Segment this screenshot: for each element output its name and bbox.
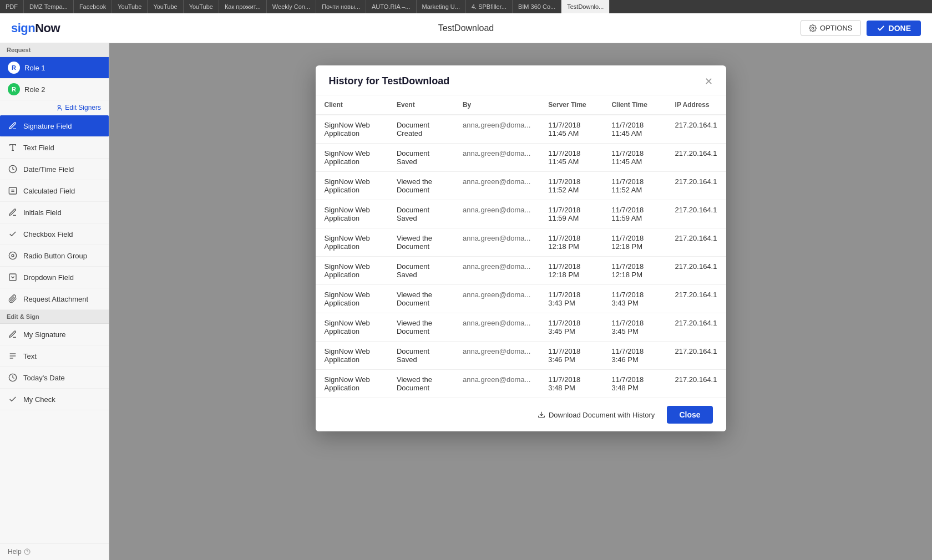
signature-field-label: Signature Field <box>23 122 72 130</box>
col-ip: IP Address <box>666 95 726 115</box>
cell-by: anna.green@doma... <box>454 257 539 285</box>
my-check-icon <box>8 394 18 404</box>
col-client-time: Client Time <box>602 95 666 115</box>
calculated-field-label: Calculated Field <box>23 187 75 195</box>
sidebar-item-datetime-field[interactable]: Date/Time Field <box>0 159 109 180</box>
sidebar-item-dropdown-field[interactable]: Dropdown Field <box>0 267 109 288</box>
tab-youtube2[interactable]: YouTube <box>148 0 183 13</box>
role2-badge: R <box>8 83 20 95</box>
app-header: signNow TestDownload OPTIONS DONE <box>0 13 932 43</box>
cell-by: anna.green@doma... <box>454 313 539 342</box>
tab-facebook[interactable]: Facebook <box>74 0 112 13</box>
modal-overlay: History for TestDownload ✕ Client Event … <box>109 43 932 560</box>
cell-server-time: 11/7/2018 11:52 AM <box>539 172 602 200</box>
edit-signers-row[interactable]: Edit Signers <box>0 100 109 115</box>
modal-close-button[interactable]: ✕ <box>705 77 713 86</box>
cell-ip: 217.20.164.1 <box>666 285 726 313</box>
svg-point-0 <box>812 27 814 29</box>
my-check-label: My Check <box>23 395 55 404</box>
gear-icon <box>809 24 817 32</box>
table-header-row: Client Event By Server Time Client Time … <box>316 95 726 115</box>
sidebar-item-my-signature[interactable]: My Signature <box>0 324 109 345</box>
cell-client: SignNow Web Application <box>316 285 388 313</box>
attachment-field-label: Request Attachment <box>23 295 88 303</box>
cell-client: SignNow Web Application <box>316 115 388 144</box>
cell-event: Document Saved <box>388 200 454 228</box>
role1-badge: R <box>8 62 20 74</box>
cell-client-time: 11/7/2018 3:48 PM <box>602 370 666 398</box>
cell-client-time: 11/7/2018 11:45 AM <box>602 115 666 144</box>
cell-client: SignNow Web Application <box>316 172 388 200</box>
checkbox-field-label: Checkbox Field <box>23 230 73 238</box>
sidebar-item-text-field[interactable]: Text Field <box>0 137 109 159</box>
col-by: By <box>454 95 539 115</box>
sidebar-item-text[interactable]: Text <box>0 345 109 367</box>
tab-marketing[interactable]: Marketing U... <box>417 0 466 13</box>
tab-weekly[interactable]: Weekly Con... <box>267 0 316 13</box>
cell-client-time: 11/7/2018 3:45 PM <box>602 313 666 342</box>
cell-server-time: 11/7/2018 3:45 PM <box>539 313 602 342</box>
dropdown-field-label: Dropdown Field <box>23 273 74 282</box>
svg-point-1 <box>58 105 60 107</box>
sidebar-item-role2[interactable]: R Role 2 <box>0 79 109 100</box>
table-row: SignNow Web Application Document Saved a… <box>316 342 726 370</box>
sidebar-item-initials-field[interactable]: Initials Field <box>0 202 109 223</box>
options-label: OPTIONS <box>820 24 853 32</box>
tab-kak[interactable]: Как прожит... <box>219 0 267 13</box>
my-signature-icon <box>8 329 18 339</box>
sidebar-item-todays-date[interactable]: Today's Date <box>0 367 109 389</box>
cell-by: anna.green@doma... <box>454 115 539 144</box>
tab-youtube3[interactable]: YouTube <box>184 0 219 13</box>
options-button[interactable]: OPTIONS <box>801 20 861 36</box>
cell-event: Viewed the Document <box>388 370 454 398</box>
modal-body: Client Event By Server Time Client Time … <box>316 95 726 398</box>
cell-by: anna.green@doma... <box>454 285 539 313</box>
main-layout: Request R Role 1 R Role 2 Edit Signers S… <box>0 43 932 560</box>
sidebar-item-calculated-field[interactable]: Calculated Field <box>0 180 109 202</box>
app-logo: signNow <box>11 21 60 35</box>
table-row: SignNow Web Application Viewed the Docum… <box>316 228 726 257</box>
cell-client: SignNow Web Application <box>316 228 388 257</box>
sidebar-item-radio-field[interactable]: Radio Button Group <box>0 245 109 267</box>
tab-spb[interactable]: 4. SPBfiller... <box>466 0 513 13</box>
download-history-button[interactable]: Download Document with History <box>532 408 660 422</box>
done-button[interactable]: DONE <box>867 21 921 36</box>
todays-date-label: Today's Date <box>23 374 65 382</box>
dropdown-field-icon <box>8 272 18 282</box>
cell-server-time: 11/7/2018 3:43 PM <box>539 285 602 313</box>
tab-youtube1[interactable]: YouTube <box>112 0 148 13</box>
table-row: SignNow Web Application Viewed the Docum… <box>316 370 726 398</box>
sidebar-item-signature-field[interactable]: Signature Field <box>0 115 109 137</box>
history-modal: History for TestDownload ✕ Client Event … <box>316 65 726 431</box>
cell-ip: 217.20.164.1 <box>666 257 726 285</box>
tab-bim[interactable]: BIM 360 Co... <box>513 0 561 13</box>
tab-pdf[interactable]: PDF <box>0 0 24 13</box>
cell-client: SignNow Web Application <box>316 342 388 370</box>
cell-by: anna.green@doma... <box>454 172 539 200</box>
cell-ip: 217.20.164.1 <box>666 342 726 370</box>
text-field-label: Text Field <box>23 144 54 152</box>
tab-testdownload[interactable]: TestDownlo... <box>561 0 610 13</box>
done-icon <box>877 24 885 33</box>
datetime-field-label: Date/Time Field <box>23 165 74 174</box>
tab-pochti[interactable]: Почти новы... <box>316 0 366 13</box>
cell-client: SignNow Web Application <box>316 370 388 398</box>
close-button[interactable]: Close <box>667 406 712 424</box>
help-row[interactable]: Help <box>0 543 109 560</box>
cell-client: SignNow Web Application <box>316 313 388 342</box>
cell-event: Viewed the Document <box>388 285 454 313</box>
cell-client-time: 11/7/2018 11:52 AM <box>602 172 666 200</box>
sidebar-item-checkbox-field[interactable]: Checkbox Field <box>0 223 109 245</box>
sidebar-item-attachment-field[interactable]: Request Attachment <box>0 288 109 310</box>
cell-ip: 217.20.164.1 <box>666 200 726 228</box>
col-server-time: Server Time <box>539 95 602 115</box>
sidebar-item-my-check[interactable]: My Check <box>0 389 109 410</box>
modal-footer: Download Document with History Close <box>316 398 726 431</box>
tab-auto[interactable]: AUTO.RIA –... <box>366 0 417 13</box>
sidebar-item-role1[interactable]: R Role 1 <box>0 57 109 79</box>
signature-field-icon <box>8 121 18 131</box>
tab-dmz[interactable]: DMZ Tempa... <box>24 0 74 13</box>
svg-rect-11 <box>9 274 16 281</box>
header-actions: OPTIONS DONE <box>801 20 921 36</box>
cell-ip: 217.20.164.1 <box>666 172 726 200</box>
